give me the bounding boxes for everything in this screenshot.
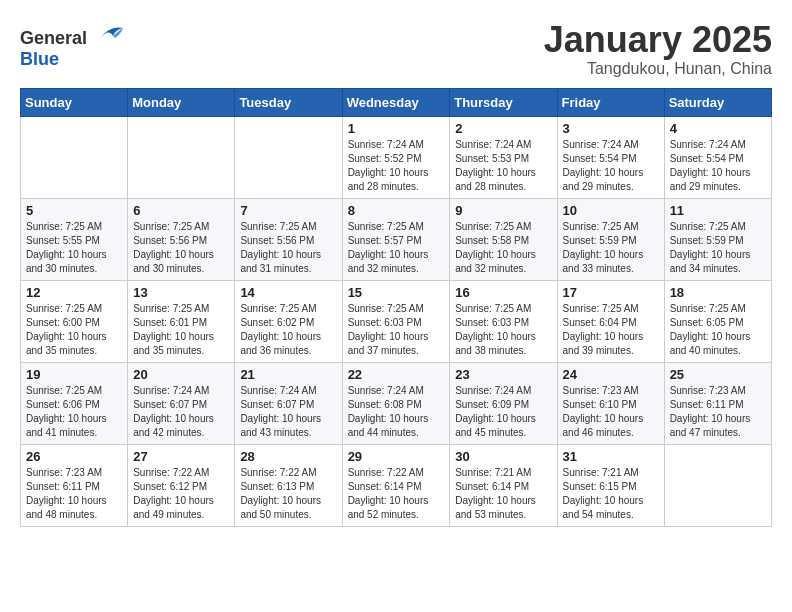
day-info: Sunrise: 7:24 AM Sunset: 6:07 PM Dayligh… [133, 384, 229, 440]
day-number: 7 [240, 203, 336, 218]
calendar-cell: 28Sunrise: 7:22 AM Sunset: 6:13 PM Dayli… [235, 444, 342, 526]
day-info: Sunrise: 7:25 AM Sunset: 6:02 PM Dayligh… [240, 302, 336, 358]
day-info: Sunrise: 7:25 AM Sunset: 5:59 PM Dayligh… [670, 220, 766, 276]
calendar-cell: 5Sunrise: 7:25 AM Sunset: 5:55 PM Daylig… [21, 198, 128, 280]
calendar-cell [21, 116, 128, 198]
calendar-cell: 22Sunrise: 7:24 AM Sunset: 6:08 PM Dayli… [342, 362, 450, 444]
day-number: 18 [670, 285, 766, 300]
day-info: Sunrise: 7:25 AM Sunset: 5:56 PM Dayligh… [133, 220, 229, 276]
location-text: Tangdukou, Hunan, China [544, 60, 772, 78]
calendar-cell: 25Sunrise: 7:23 AM Sunset: 6:11 PM Dayli… [664, 362, 771, 444]
calendar-cell: 13Sunrise: 7:25 AM Sunset: 6:01 PM Dayli… [128, 280, 235, 362]
logo-bird-icon [95, 20, 125, 44]
day-number: 29 [348, 449, 445, 464]
day-number: 27 [133, 449, 229, 464]
day-info: Sunrise: 7:23 AM Sunset: 6:10 PM Dayligh… [563, 384, 659, 440]
calendar-header-row: SundayMondayTuesdayWednesdayThursdayFrid… [21, 88, 772, 116]
calendar-cell: 17Sunrise: 7:25 AM Sunset: 6:04 PM Dayli… [557, 280, 664, 362]
day-number: 15 [348, 285, 445, 300]
day-number: 28 [240, 449, 336, 464]
calendar-cell: 31Sunrise: 7:21 AM Sunset: 6:15 PM Dayli… [557, 444, 664, 526]
calendar-cell: 9Sunrise: 7:25 AM Sunset: 5:58 PM Daylig… [450, 198, 557, 280]
calendar-cell: 23Sunrise: 7:24 AM Sunset: 6:09 PM Dayli… [450, 362, 557, 444]
logo-general-text: General [20, 28, 87, 48]
day-number: 21 [240, 367, 336, 382]
day-info: Sunrise: 7:24 AM Sunset: 5:54 PM Dayligh… [563, 138, 659, 194]
calendar-cell: 21Sunrise: 7:24 AM Sunset: 6:07 PM Dayli… [235, 362, 342, 444]
day-info: Sunrise: 7:24 AM Sunset: 5:53 PM Dayligh… [455, 138, 551, 194]
day-info: Sunrise: 7:22 AM Sunset: 6:13 PM Dayligh… [240, 466, 336, 522]
calendar-cell: 29Sunrise: 7:22 AM Sunset: 6:14 PM Dayli… [342, 444, 450, 526]
day-number: 20 [133, 367, 229, 382]
day-info: Sunrise: 7:25 AM Sunset: 6:00 PM Dayligh… [26, 302, 122, 358]
calendar-week-row: 19Sunrise: 7:25 AM Sunset: 6:06 PM Dayli… [21, 362, 772, 444]
calendar-cell: 4Sunrise: 7:24 AM Sunset: 5:54 PM Daylig… [664, 116, 771, 198]
day-info: Sunrise: 7:23 AM Sunset: 6:11 PM Dayligh… [670, 384, 766, 440]
logo: General Blue [20, 20, 125, 70]
calendar-week-row: 1Sunrise: 7:24 AM Sunset: 5:52 PM Daylig… [21, 116, 772, 198]
day-info: Sunrise: 7:25 AM Sunset: 5:55 PM Dayligh… [26, 220, 122, 276]
calendar-cell [235, 116, 342, 198]
day-number: 3 [563, 121, 659, 136]
day-info: Sunrise: 7:22 AM Sunset: 6:12 PM Dayligh… [133, 466, 229, 522]
calendar-cell: 12Sunrise: 7:25 AM Sunset: 6:00 PM Dayli… [21, 280, 128, 362]
calendar-cell: 10Sunrise: 7:25 AM Sunset: 5:59 PM Dayli… [557, 198, 664, 280]
day-number: 16 [455, 285, 551, 300]
day-number: 8 [348, 203, 445, 218]
month-title: January 2025 [544, 20, 772, 60]
day-info: Sunrise: 7:24 AM Sunset: 6:07 PM Dayligh… [240, 384, 336, 440]
calendar-cell: 19Sunrise: 7:25 AM Sunset: 6:06 PM Dayli… [21, 362, 128, 444]
day-info: Sunrise: 7:24 AM Sunset: 5:54 PM Dayligh… [670, 138, 766, 194]
calendar-cell: 27Sunrise: 7:22 AM Sunset: 6:12 PM Dayli… [128, 444, 235, 526]
calendar-cell: 30Sunrise: 7:21 AM Sunset: 6:14 PM Dayli… [450, 444, 557, 526]
day-number: 26 [26, 449, 122, 464]
day-of-week-header: Saturday [664, 88, 771, 116]
day-number: 1 [348, 121, 445, 136]
day-info: Sunrise: 7:25 AM Sunset: 6:06 PM Dayligh… [26, 384, 122, 440]
day-info: Sunrise: 7:24 AM Sunset: 6:08 PM Dayligh… [348, 384, 445, 440]
calendar-week-row: 12Sunrise: 7:25 AM Sunset: 6:00 PM Dayli… [21, 280, 772, 362]
calendar-cell: 7Sunrise: 7:25 AM Sunset: 5:56 PM Daylig… [235, 198, 342, 280]
day-number: 13 [133, 285, 229, 300]
day-info: Sunrise: 7:25 AM Sunset: 5:56 PM Dayligh… [240, 220, 336, 276]
day-info: Sunrise: 7:21 AM Sunset: 6:14 PM Dayligh… [455, 466, 551, 522]
day-number: 10 [563, 203, 659, 218]
day-number: 12 [26, 285, 122, 300]
day-info: Sunrise: 7:25 AM Sunset: 5:58 PM Dayligh… [455, 220, 551, 276]
calendar-cell: 15Sunrise: 7:25 AM Sunset: 6:03 PM Dayli… [342, 280, 450, 362]
calendar-week-row: 5Sunrise: 7:25 AM Sunset: 5:55 PM Daylig… [21, 198, 772, 280]
day-number: 11 [670, 203, 766, 218]
day-number: 22 [348, 367, 445, 382]
day-number: 6 [133, 203, 229, 218]
calendar-cell [128, 116, 235, 198]
day-info: Sunrise: 7:21 AM Sunset: 6:15 PM Dayligh… [563, 466, 659, 522]
calendar-cell: 6Sunrise: 7:25 AM Sunset: 5:56 PM Daylig… [128, 198, 235, 280]
day-info: Sunrise: 7:25 AM Sunset: 5:59 PM Dayligh… [563, 220, 659, 276]
day-number: 31 [563, 449, 659, 464]
day-info: Sunrise: 7:25 AM Sunset: 6:03 PM Dayligh… [455, 302, 551, 358]
day-number: 9 [455, 203, 551, 218]
day-of-week-header: Thursday [450, 88, 557, 116]
day-of-week-header: Monday [128, 88, 235, 116]
calendar-cell: 26Sunrise: 7:23 AM Sunset: 6:11 PM Dayli… [21, 444, 128, 526]
day-number: 5 [26, 203, 122, 218]
day-number: 14 [240, 285, 336, 300]
calendar-cell: 3Sunrise: 7:24 AM Sunset: 5:54 PM Daylig… [557, 116, 664, 198]
calendar-table: SundayMondayTuesdayWednesdayThursdayFrid… [20, 88, 772, 527]
day-number: 24 [563, 367, 659, 382]
day-info: Sunrise: 7:25 AM Sunset: 6:03 PM Dayligh… [348, 302, 445, 358]
day-info: Sunrise: 7:25 AM Sunset: 5:57 PM Dayligh… [348, 220, 445, 276]
day-info: Sunrise: 7:24 AM Sunset: 6:09 PM Dayligh… [455, 384, 551, 440]
title-section: January 2025 Tangdukou, Hunan, China [544, 20, 772, 78]
logo-blue-text: Blue [20, 49, 59, 69]
calendar-cell [664, 444, 771, 526]
day-of-week-header: Wednesday [342, 88, 450, 116]
page-header: General Blue January 2025 Tangdukou, Hun… [20, 20, 772, 78]
day-info: Sunrise: 7:22 AM Sunset: 6:14 PM Dayligh… [348, 466, 445, 522]
day-number: 23 [455, 367, 551, 382]
day-info: Sunrise: 7:25 AM Sunset: 6:05 PM Dayligh… [670, 302, 766, 358]
calendar-cell: 14Sunrise: 7:25 AM Sunset: 6:02 PM Dayli… [235, 280, 342, 362]
day-info: Sunrise: 7:25 AM Sunset: 6:04 PM Dayligh… [563, 302, 659, 358]
calendar-cell: 1Sunrise: 7:24 AM Sunset: 5:52 PM Daylig… [342, 116, 450, 198]
calendar-cell: 20Sunrise: 7:24 AM Sunset: 6:07 PM Dayli… [128, 362, 235, 444]
